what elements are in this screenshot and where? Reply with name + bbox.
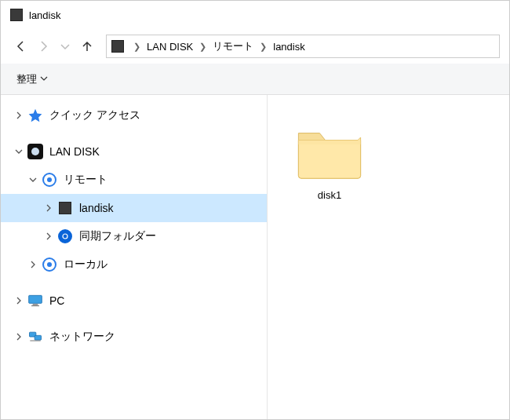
sidebar-item-label: クイック アクセス [49,108,140,122]
circle-icon [42,257,57,272]
chevron-right-icon[interactable] [13,110,24,121]
sidebar-item-label: ローカル [64,257,107,272]
chevron-right-icon: ❯ [130,42,144,52]
caret-down-icon [40,73,48,85]
window-title: landisk [29,9,60,21]
circle-icon [42,172,57,188]
breadcrumb-item[interactable]: LAN DISK [144,41,196,53]
organize-label: 整理 [16,72,37,86]
sidebar-item-remote[interactable]: リモート [1,166,267,194]
chevron-right-icon[interactable] [43,203,54,214]
network-icon [27,329,43,345]
sidebar-item-sync-folder[interactable]: 同期フォルダー [1,222,267,250]
breadcrumb[interactable]: ❯ LAN DISK ❯ リモート ❯ landisk [106,35,500,58]
chevron-right-icon: ❯ [257,42,270,52]
chevron-right-icon: ❯ [196,42,209,52]
file-label: disk1 [318,189,341,201]
breadcrumb-item[interactable]: リモート [209,39,257,53]
chevron-right-icon[interactable] [13,331,24,342]
svg-rect-1 [33,304,38,305]
forward-button[interactable] [32,35,54,57]
sidebar-item-quick-access[interactable]: クイック アクセス [1,101,267,130]
sidebar-item-pc[interactable]: PC [1,287,267,315]
sidebar-item-label: ネットワーク [49,330,115,344]
sidebar-item-local[interactable]: ローカル [1,250,267,279]
file-pane[interactable]: disk1 [268,95,509,420]
sidebar-item-label: リモート [64,173,107,187]
up-button[interactable] [76,35,98,57]
sidebar-item-label: LAN DISK [49,145,100,158]
sidebar-item-lan-disk[interactable]: LAN DISK [1,137,267,166]
chevron-down-icon[interactable] [27,174,38,185]
sidebar: クイック アクセス LAN DISK リモート landisk 同期フォルダー [1,95,268,420]
chevron-down-icon[interactable] [13,146,24,157]
pc-icon [27,293,43,309]
back-button[interactable] [10,35,32,57]
chevron-right-icon[interactable] [13,295,24,306]
sidebar-item-label: PC [49,294,64,307]
folder-icon [294,120,365,183]
sidebar-item-network[interactable]: ネットワーク [1,323,267,351]
navbar: ❯ LAN DISK ❯ リモート ❯ landisk [1,29,509,64]
disk-icon [111,40,124,53]
disk-icon [10,9,23,21]
sidebar-item-label: landisk [79,202,114,214]
svg-rect-2 [31,305,39,306]
sidebar-item-label: 同期フォルダー [79,229,156,243]
chevron-right-icon[interactable] [43,231,54,242]
organize-button[interactable]: 整理 [10,69,54,89]
star-icon [27,108,43,123]
disk-icon [57,200,73,216]
chevron-right-icon[interactable] [27,259,38,270]
content: クイック アクセス LAN DISK リモート landisk 同期フォルダー [1,95,509,420]
svg-rect-0 [29,295,42,303]
sync-icon [57,228,73,244]
sidebar-item-landisk[interactable]: landisk [1,194,267,222]
file-item[interactable]: disk1 [286,114,373,207]
recent-dropdown[interactable] [54,35,76,57]
toolbar: 整理 [1,64,509,95]
svg-rect-4 [35,335,41,340]
breadcrumb-item[interactable]: landisk [270,41,308,53]
titlebar: landisk [1,1,509,29]
landisk-app-icon [27,144,43,159]
